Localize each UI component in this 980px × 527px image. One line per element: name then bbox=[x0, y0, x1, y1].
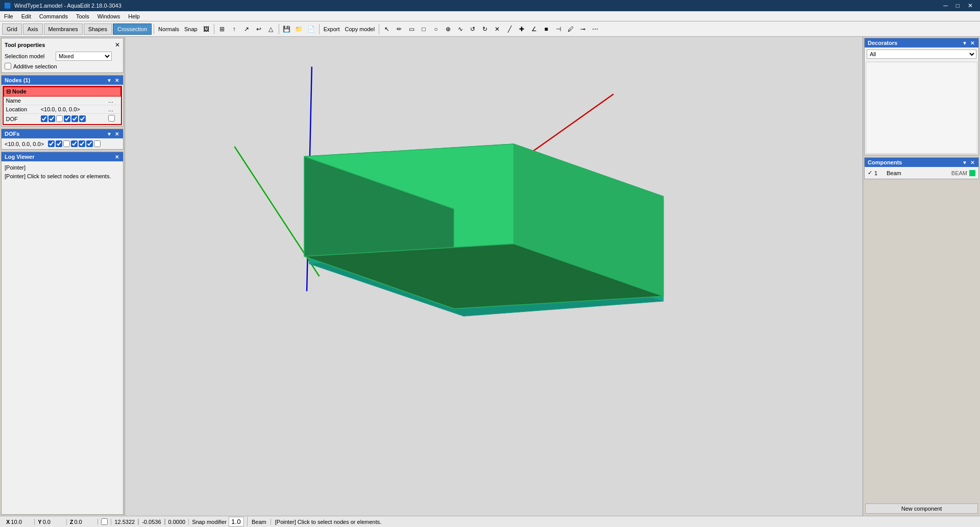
toolbar-export-label[interactable]: Export bbox=[322, 26, 342, 32]
toolbar-line-tool[interactable]: ╱ bbox=[504, 23, 515, 35]
selection-model-value[interactable]: Mixed Nodes Elements bbox=[56, 52, 112, 61]
toolbar-mirror-tool[interactable]: ⊣ bbox=[553, 23, 564, 35]
menu-windows[interactable]: Windows bbox=[93, 11, 125, 21]
toolbar-extra-tool[interactable]: ⋯ bbox=[590, 23, 601, 35]
tab-crossection[interactable]: Crossection bbox=[113, 23, 152, 35]
decorators-panel-controls[interactable]: ▼ ✕ bbox=[961, 40, 975, 46]
component-check-1[interactable]: ✓ bbox=[868, 170, 872, 176]
name-expand-btn[interactable]: … bbox=[106, 97, 121, 105]
toolbar-btn-2[interactable]: ⊞ bbox=[216, 23, 228, 35]
additive-selection-row: Additive selection bbox=[5, 63, 120, 69]
snap-modifier-input[interactable] bbox=[229, 517, 244, 526]
restore-button[interactable]: □ bbox=[953, 2, 963, 9]
dof-cb-3[interactable] bbox=[56, 115, 63, 122]
dof-cb-1[interactable] bbox=[41, 115, 47, 122]
tab-shapes[interactable]: Shapes bbox=[84, 23, 112, 35]
toolbar-pointer-tool[interactable]: ↖ bbox=[381, 23, 393, 35]
toolbar-angle-tool[interactable]: ∠ bbox=[528, 23, 540, 35]
menu-file[interactable]: File bbox=[0, 11, 17, 21]
toolbar-btn-3[interactable]: ↑ bbox=[229, 23, 240, 35]
toolbar-segment-tool[interactable]: ⊸ bbox=[577, 23, 589, 35]
toolbar-undo-tool[interactable]: ↺ bbox=[467, 23, 478, 35]
minimize-button[interactable]: ─ bbox=[940, 2, 951, 9]
dofs-panel: DOFs ▼ ✕ <10.0, 0.0, 0.0> bbox=[1, 129, 124, 150]
component-name-1[interactable]: Beam bbox=[887, 170, 949, 176]
log-line-2: [Pointer] Click to select nodes or eleme… bbox=[5, 172, 120, 181]
toolbar-pen-tool[interactable]: 🖊 bbox=[565, 23, 576, 35]
nodes-panel-controls[interactable]: ▼ ✕ bbox=[106, 78, 120, 83]
additive-selection-checkbox[interactable] bbox=[5, 63, 11, 69]
toolbar-rect2-tool[interactable]: □ bbox=[418, 23, 429, 35]
menu-bar: File Edit Commands Tools Windows Help bbox=[0, 11, 980, 21]
toolbar-fill-tool[interactable]: ■ bbox=[541, 23, 552, 35]
log-panel-close[interactable]: ✕ bbox=[114, 154, 120, 160]
toolbar-redo-tool[interactable]: ↻ bbox=[479, 23, 491, 35]
dof-cb-5[interactable] bbox=[71, 115, 78, 122]
dofs-cb-3[interactable] bbox=[63, 140, 70, 147]
toolbar-rect-tool[interactable]: ▭ bbox=[406, 23, 417, 35]
menu-commands[interactable]: Commands bbox=[35, 11, 72, 21]
components-panel-close[interactable]: ✕ bbox=[969, 160, 975, 165]
dofs-cb-1[interactable] bbox=[48, 140, 55, 147]
dof-extra-cb[interactable] bbox=[108, 115, 115, 122]
dofs-panel-controls[interactable]: ▼ ✕ bbox=[106, 131, 120, 137]
dof-cb-6[interactable] bbox=[79, 115, 86, 122]
toolbar-btn-5[interactable]: ↩ bbox=[253, 23, 264, 35]
dofs-cb-2[interactable] bbox=[56, 140, 62, 147]
toolbar-cross-tool[interactable]: ✚ bbox=[516, 23, 527, 35]
close-button[interactable]: ✕ bbox=[965, 2, 976, 9]
components-panel-collapse[interactable]: ▼ bbox=[961, 160, 968, 165]
dof-expand-btn[interactable] bbox=[106, 114, 121, 124]
toolbar-btn-1[interactable]: 🖼 bbox=[201, 23, 212, 35]
dofs-panel-collapse[interactable]: ▼ bbox=[106, 131, 113, 137]
toolbar-curve-tool[interactable]: ∿ bbox=[455, 23, 466, 35]
toolbar-btn-4[interactable]: ↗ bbox=[241, 23, 252, 35]
nodes-panel-collapse[interactable]: ▼ bbox=[106, 78, 113, 83]
title-bar-title: WindType1.amodel - AquaEdit 2.18.0-3043 bbox=[14, 3, 121, 9]
tab-grid[interactable]: Grid bbox=[2, 23, 22, 35]
nodes-panel-close[interactable]: ✕ bbox=[114, 78, 120, 83]
decorators-panel-close[interactable]: ✕ bbox=[969, 40, 975, 46]
toolbar-btn-save[interactable]: 💾 bbox=[281, 23, 292, 35]
decorators-panel-collapse[interactable]: ▼ bbox=[961, 40, 968, 46]
toolbar-btn-new[interactable]: 📄 bbox=[306, 23, 317, 35]
nodes-panel: Nodes (1) ▼ ✕ ⊟ Node Name bbox=[1, 75, 124, 127]
toolbar-btn-open[interactable]: 📁 bbox=[293, 23, 305, 35]
menu-tools[interactable]: Tools bbox=[72, 11, 93, 21]
menu-edit[interactable]: Edit bbox=[17, 11, 35, 21]
toolbar-ellipse-tool[interactable]: ⊕ bbox=[443, 23, 454, 35]
dofs-cb-6[interactable] bbox=[86, 140, 93, 147]
status-x-coord: X 10.0 bbox=[3, 519, 35, 525]
dof-cb-4[interactable] bbox=[64, 115, 70, 122]
title-bar-controls[interactable]: ─ □ ✕ bbox=[940, 2, 976, 9]
dofs-cb-4[interactable] bbox=[71, 140, 78, 147]
tool-properties-close-button[interactable]: ✕ bbox=[115, 41, 120, 49]
selection-model-select[interactable]: Mixed Nodes Elements bbox=[56, 52, 112, 61]
components-panel-controls[interactable]: ▼ ✕ bbox=[961, 160, 975, 165]
status-checkbox[interactable] bbox=[101, 518, 108, 525]
dofs-panel-header: DOFs ▼ ✕ bbox=[2, 129, 123, 138]
menu-help[interactable]: Help bbox=[124, 11, 144, 21]
toolbar-normals-label[interactable]: Normals bbox=[156, 26, 181, 32]
toolbar-btn-6[interactable]: △ bbox=[265, 23, 277, 35]
toolbar-copy-model-label[interactable]: Copy model bbox=[342, 26, 377, 32]
location-expand-btn[interactable]: … bbox=[106, 105, 121, 114]
toolbar-pencil-tool[interactable]: ✏ bbox=[394, 23, 405, 35]
toolbar-delete-tool[interactable]: ✕ bbox=[492, 23, 503, 35]
decorators-dropdown[interactable]: All bbox=[867, 50, 976, 59]
viewport[interactable] bbox=[125, 37, 863, 516]
right-panel-bottom bbox=[863, 180, 980, 501]
x-label: X bbox=[6, 519, 10, 525]
toolbar-snap-label[interactable]: Snap bbox=[182, 26, 200, 32]
node-expander[interactable]: ⊟ bbox=[6, 88, 11, 94]
toolbar-circle-tool[interactable]: ○ bbox=[430, 23, 442, 35]
tab-axis[interactable]: Axis bbox=[23, 23, 43, 35]
dof-cb-2[interactable] bbox=[48, 115, 55, 122]
dofs-panel-close[interactable]: ✕ bbox=[114, 131, 120, 137]
dofs-cb-7[interactable] bbox=[94, 140, 101, 147]
nodes-panel-title: Nodes (1) bbox=[5, 77, 30, 83]
new-component-button[interactable]: New component bbox=[865, 504, 978, 514]
log-panel-controls[interactable]: ✕ bbox=[114, 154, 120, 160]
tab-membranes[interactable]: Membranes bbox=[44, 23, 83, 35]
dofs-cb-5[interactable] bbox=[79, 140, 85, 147]
